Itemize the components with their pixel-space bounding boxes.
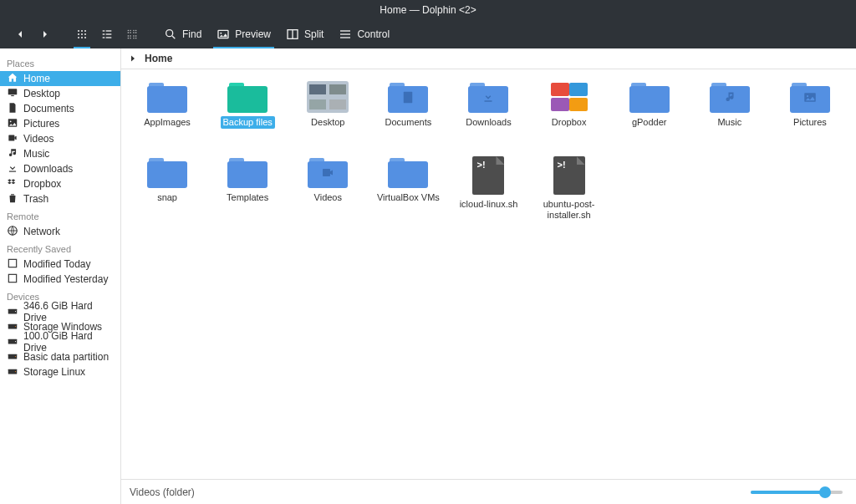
sidebar-recent-modified-yesterday[interactable]: Modified Yesterday (0, 272, 120, 287)
svg-point-27 (133, 35, 134, 36)
file-label: VirtualBox VMs (374, 191, 442, 204)
file-item-gpodder[interactable]: gPodder (614, 81, 685, 148)
svg-rect-14 (106, 37, 112, 38)
file-item-icloud-linux-sh[interactable]: >!icloud-linux.sh (452, 156, 524, 223)
split-button[interactable]: Split (279, 20, 330, 48)
control-label: Control (357, 28, 390, 40)
svg-rect-48 (8, 274, 16, 282)
sidebar-places-pictures[interactable]: Pictures (0, 116, 120, 131)
file-item-pictures[interactable]: Pictures (774, 81, 846, 148)
zoom-slider[interactable] (751, 491, 843, 494)
file-item-videos[interactable]: Videos (292, 156, 364, 223)
window-title: Home — Dolphin <2> (380, 4, 476, 16)
svg-point-30 (135, 38, 136, 38)
breadcrumb[interactable]: Home (121, 48, 856, 69)
svg-rect-45 (9, 171, 16, 171)
icon-view-button[interactable] (70, 20, 94, 48)
sidebar-recent-modified-today[interactable]: Modified Today (0, 257, 120, 272)
sidebar-item-label: Music (23, 148, 49, 160)
file-item-snap[interactable]: snap (131, 156, 203, 223)
back-button[interactable] (8, 20, 32, 48)
drive-icon (7, 335, 18, 349)
svg-rect-9 (103, 30, 105, 31)
sidebar-places-music[interactable]: Music (0, 146, 120, 161)
sidebar-places-videos[interactable]: Videos (0, 131, 120, 146)
preview-button[interactable]: Preview (210, 20, 278, 48)
dropbox-preview-icon (549, 81, 589, 113)
file-label: Pictures (791, 116, 829, 129)
video-icon (7, 132, 18, 146)
zoom-knob[interactable] (819, 486, 831, 498)
section-places: Places (0, 53, 120, 71)
file-item-templates[interactable]: Templates (211, 156, 283, 223)
svg-point-16 (130, 30, 130, 31)
file-label: Videos (312, 191, 344, 204)
svg-point-4 (81, 33, 83, 35)
breadcrumb-current: Home (145, 53, 172, 64)
sidebar-devices-100-0-gib-hard-drive[interactable]: 100.0 GiB Hard Drive (0, 334, 120, 349)
sidebar-item-label: Downloads (23, 163, 73, 175)
music-icon (7, 147, 18, 161)
sidebar-devices-basic-data-partition[interactable]: Basic data partition (0, 349, 120, 364)
file-item-virtualbox-vms[interactable]: VirtualBox VMs (372, 156, 444, 223)
dropbox-icon (7, 177, 18, 191)
svg-rect-44 (8, 135, 14, 140)
file-label: Downloads (463, 116, 513, 129)
sidebar-item-label: Modified Today (23, 258, 91, 270)
svg-point-24 (130, 35, 130, 36)
file-label: Templates (224, 191, 271, 204)
svg-point-22 (135, 32, 136, 33)
file-label: Music (715, 116, 744, 129)
folder-icon (227, 156, 268, 188)
svg-point-50 (15, 311, 16, 312)
svg-rect-47 (8, 259, 16, 267)
svg-point-23 (128, 35, 129, 36)
sidebar-devices-346-6-gib-hard-drive[interactable]: 346.6 GiB Hard Drive (0, 304, 120, 319)
svg-point-29 (133, 38, 134, 38)
sidebar-places-downloads[interactable]: Downloads (0, 161, 120, 176)
sidebar-places-dropbox[interactable]: Dropbox (0, 176, 120, 191)
sidebar-remote-network[interactable]: Network (0, 224, 120, 239)
drive-ext-icon (7, 365, 18, 379)
desktop-icon (7, 87, 18, 101)
sidebar-item-label: Network (23, 226, 60, 237)
svg-point-2 (84, 30, 86, 32)
shell-script-icon: >! (472, 156, 504, 195)
sidebar-places-documents[interactable]: Documents (0, 101, 120, 116)
drive-icon (7, 305, 18, 319)
svg-point-7 (81, 37, 83, 38)
file-item-dropbox[interactable]: Dropbox (533, 81, 605, 148)
find-button[interactable]: Find (157, 20, 208, 48)
file-item-downloads[interactable]: Downloads (452, 81, 524, 148)
folder-icon (710, 81, 750, 113)
file-label: snap (155, 191, 180, 204)
svg-point-43 (10, 120, 12, 122)
statusbar: Videos (folder) (121, 479, 856, 504)
sidebar-places-home[interactable]: Home (0, 71, 120, 86)
svg-line-32 (172, 36, 175, 38)
sidebar-devices-storage-linux[interactable]: Storage Linux (0, 364, 120, 379)
file-item-appimages[interactable]: AppImages (131, 81, 203, 148)
file-grid[interactable]: AppImagesBackup filesDesktopDocumentsDow… (121, 69, 856, 479)
file-label: icloud-linux.sh (457, 198, 521, 211)
svg-point-1 (81, 30, 83, 32)
compact-view-button[interactable] (95, 20, 119, 48)
file-item-desktop[interactable]: Desktop (292, 81, 364, 148)
details-view-button[interactable] (120, 20, 144, 48)
forward-button[interactable] (33, 20, 57, 48)
sidebar-item-label: Pictures (23, 118, 59, 130)
file-item-backup-files[interactable]: Backup files (211, 81, 283, 148)
sidebar-places-trash[interactable]: Trash (0, 191, 120, 206)
svg-point-34 (221, 33, 222, 34)
file-item-documents[interactable]: Documents (372, 81, 444, 148)
file-item-music[interactable]: Music (694, 81, 766, 148)
sidebar-item-label: Documents (23, 103, 74, 115)
sidebar-item-label: 100.0 GiB Hard Drive (23, 330, 114, 354)
sidebar-item-label: Modified Yesterday (23, 273, 108, 285)
sidebar-places-desktop[interactable]: Desktop (0, 86, 120, 101)
control-button[interactable]: Control (332, 20, 396, 48)
sidebar: Places HomeDesktopDocumentsPicturesVideo… (0, 48, 121, 504)
file-item-ubuntu-post-installer-sh[interactable]: >!ubuntu-post-installer.sh (533, 156, 605, 223)
file-label: AppImages (141, 116, 193, 129)
svg-rect-13 (103, 37, 105, 38)
